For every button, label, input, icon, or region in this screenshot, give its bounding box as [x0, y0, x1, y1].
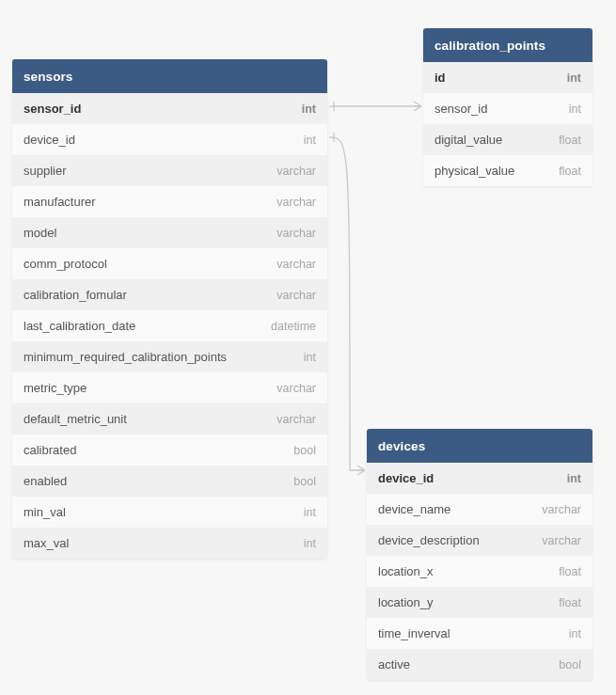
entity-columns: device_idintdevice_namevarchardevice_des…: [367, 463, 592, 680]
column-name: calibration_fomular: [24, 288, 127, 302]
entity-header[interactable]: devices: [367, 429, 592, 463]
entity-columns: idintsensor_idintdigital_valuefloatphysi…: [423, 62, 592, 186]
column-name: min_val: [24, 505, 66, 519]
column-type: varchar: [276, 196, 316, 209]
entity-table-calibration-points[interactable]: calibration_points idintsensor_idintdigi…: [423, 28, 592, 186]
column-type: bool: [559, 658, 581, 671]
entity-columns: sensor_idintdevice_idintsuppliervarcharm…: [12, 93, 327, 559]
column-type: float: [559, 165, 581, 178]
column-row[interactable]: device_idint: [367, 463, 592, 494]
column-type: int: [567, 71, 581, 85]
column-type: int: [569, 103, 581, 116]
column-name: id: [434, 71, 446, 85]
column-name: device_id: [24, 133, 75, 147]
column-name: sensor_id: [434, 102, 487, 116]
column-type: varchar: [276, 258, 316, 271]
column-row[interactable]: calibratedbool: [12, 434, 327, 466]
column-name: manufacturer: [24, 195, 96, 209]
column-row[interactable]: calibration_fomularvarchar: [12, 279, 327, 310]
column-row[interactable]: max_valint: [12, 528, 327, 559]
column-row[interactable]: modelvarchar: [12, 217, 327, 248]
column-name: time_inverval: [378, 626, 450, 640]
column-type: int: [569, 627, 581, 640]
column-name: device_name: [378, 502, 450, 516]
column-type: int: [304, 506, 316, 519]
entity-table-sensors[interactable]: sensors sensor_idintdevice_idintsupplier…: [12, 59, 327, 559]
column-name: supplier: [24, 164, 67, 178]
column-name: location_x: [378, 564, 434, 578]
column-type: int: [304, 537, 316, 550]
relation-sensors-to-devices: [329, 137, 365, 470]
column-name: physical_value: [434, 164, 514, 178]
column-row[interactable]: sensor_idint: [12, 93, 327, 124]
column-type: varchar: [542, 534, 581, 547]
column-name: max_val: [24, 536, 69, 550]
column-type: float: [559, 134, 581, 147]
column-row[interactable]: min_valint: [12, 497, 327, 528]
relation-end-crowfoot: [414, 102, 421, 111]
column-row[interactable]: device_idint: [12, 124, 327, 155]
column-type: varchar: [276, 227, 316, 240]
column-type: varchar: [276, 413, 316, 426]
column-type: varchar: [542, 503, 581, 516]
column-row[interactable]: suppliervarchar: [12, 155, 327, 186]
column-name: comm_protocol: [24, 257, 107, 271]
column-type: int: [567, 472, 581, 485]
column-type: int: [304, 351, 316, 364]
column-name: device_id: [378, 471, 434, 485]
column-type: float: [559, 596, 581, 609]
column-type: bool: [293, 475, 316, 488]
column-row[interactable]: default_metric_unitvarchar: [12, 403, 327, 434]
column-name: digital_value: [434, 133, 502, 147]
column-row[interactable]: comm_protocolvarchar: [12, 248, 327, 279]
entity-title: devices: [378, 439, 425, 453]
column-row[interactable]: last_calibration_datedatetime: [12, 310, 327, 341]
column-name: default_metric_unit: [24, 412, 127, 426]
entity-header[interactable]: sensors: [12, 59, 327, 93]
column-type: int: [304, 134, 316, 147]
column-name: model: [24, 226, 56, 240]
column-type: float: [559, 565, 581, 578]
column-type: int: [302, 103, 316, 116]
column-name: device_description: [378, 533, 480, 547]
column-name: sensor_id: [24, 102, 81, 116]
column-row[interactable]: device_namevarchar: [367, 494, 592, 525]
column-row[interactable]: location_yfloat: [367, 587, 592, 618]
column-type: bool: [293, 444, 316, 457]
column-name: last_calibration_date: [24, 319, 135, 333]
column-name: calibrated: [24, 443, 76, 457]
column-row[interactable]: activebool: [367, 649, 592, 680]
column-row[interactable]: enabledbool: [12, 466, 327, 497]
entity-header[interactable]: calibration_points: [423, 28, 592, 62]
column-type: varchar: [276, 165, 316, 178]
column-row[interactable]: physical_valuefloat: [423, 155, 592, 186]
column-type: varchar: [276, 289, 316, 302]
entity-title: sensors: [24, 70, 72, 84]
column-type: datetime: [271, 320, 316, 333]
column-row[interactable]: digital_valuefloat: [423, 124, 592, 155]
column-name: location_y: [378, 595, 434, 609]
column-name: enabled: [24, 474, 67, 488]
column-type: varchar: [276, 382, 316, 395]
column-name: minimum_required_calibration_points: [24, 350, 227, 364]
column-row[interactable]: minimum_required_calibration_pointsint: [12, 341, 327, 372]
relation-end-crowfoot: [357, 466, 365, 475]
column-row[interactable]: location_xfloat: [367, 556, 592, 587]
entity-title: calibration_points: [434, 39, 545, 53]
column-name: metric_type: [24, 381, 87, 395]
column-row[interactable]: idint: [423, 62, 592, 93]
column-row[interactable]: metric_typevarchar: [12, 372, 327, 403]
column-row[interactable]: manufacturervarchar: [12, 186, 327, 217]
column-name: active: [378, 657, 410, 671]
column-row[interactable]: device_descriptionvarchar: [367, 525, 592, 556]
column-row[interactable]: time_invervalint: [367, 618, 592, 649]
column-row[interactable]: sensor_idint: [423, 93, 592, 124]
entity-table-devices[interactable]: devices device_idintdevice_namevarcharde…: [367, 429, 592, 680]
